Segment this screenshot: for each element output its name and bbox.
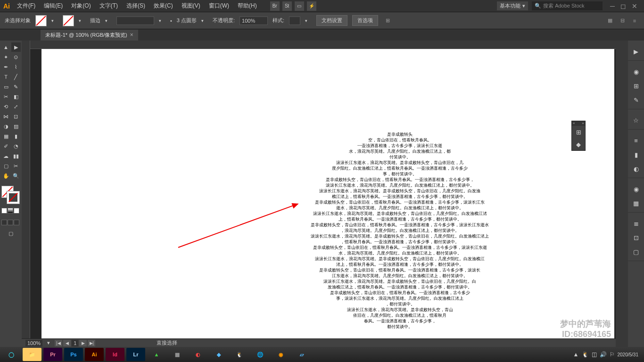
gradient-tool[interactable]: ▮ [11, 132, 21, 141]
graphic-styles-panel-icon[interactable]: ▦ [628, 196, 644, 210]
stroke-color-swatch[interactable] [7, 191, 19, 204]
taskbar-premiere-icon[interactable]: Pr [43, 348, 62, 361]
maximize-button[interactable]: ◻ [620, 2, 626, 10]
zoom-tool[interactable]: 🔍 [11, 171, 21, 181]
taskbar-app3-icon[interactable]: ◐ [189, 348, 207, 361]
tray-volume-icon[interactable]: 🔊 [600, 351, 607, 358]
menu-type[interactable]: 文字(T) [96, 0, 122, 12]
zoom-level[interactable]: 100% [25, 340, 42, 346]
line-tool[interactable]: ╱ [11, 72, 21, 82]
artboards-panel-icon[interactable]: ▢ [628, 245, 644, 259]
direct-selection-tool[interactable]: ▶ [11, 42, 21, 52]
bridge-icon[interactable]: Br [270, 1, 280, 11]
stroke-panel-icon[interactable]: ≡ [628, 133, 644, 148]
tray-date[interactable]: 2020/5/31 [618, 352, 639, 357]
draw-behind-icon[interactable] [8, 220, 13, 225]
ruler-vertical[interactable] [22, 41, 30, 347]
brush-dropdown-icon[interactable]: ▾ [201, 18, 208, 23]
properties-panel-icon[interactable]: ▶ [628, 44, 644, 58]
pen-tool[interactable]: ✒ [1, 62, 11, 72]
taskbar-qq-icon[interactable]: 🐧 [230, 348, 249, 361]
fill-dropdown-icon[interactable]: ▾ [51, 18, 58, 23]
align-icon[interactable]: ⊞ [383, 16, 392, 25]
panel-close-icon[interactable]: × [582, 121, 584, 126]
shape-builder-tool[interactable]: ◑ [1, 122, 11, 131]
style-dropdown-icon[interactable]: ▾ [305, 18, 312, 23]
transparency-panel-icon[interactable]: ◐ [628, 162, 644, 176]
paintbrush-tool[interactable]: ✎ [11, 82, 21, 91]
taskbar-illustrator-icon[interactable]: Ai [85, 348, 104, 361]
stock-icon[interactable]: St [282, 1, 292, 11]
stroke-dropdown-icon[interactable]: ▾ [79, 18, 85, 23]
menu-edit[interactable]: 编辑(E) [40, 0, 66, 12]
swatches-panel-icon[interactable]: ⊞ [628, 79, 644, 93]
align-panel-icon[interactable]: ⊟ [618, 16, 627, 25]
free-transform-tool[interactable]: ⊡ [11, 112, 21, 121]
scale-tool[interactable]: ⤢ [11, 102, 21, 111]
magic-wand-tool[interactable]: ✦ [1, 52, 11, 62]
gradient-panel-icon[interactable]: ▮ [628, 148, 644, 162]
menu-view[interactable]: 视图(V) [178, 0, 204, 12]
fill-swatch[interactable] [35, 15, 47, 26]
none-mode-icon[interactable] [14, 208, 19, 214]
blend-tool[interactable]: ◔ [11, 141, 21, 151]
shaper-tool[interactable]: ✂ [1, 92, 11, 101]
asset-export-panel-icon[interactable]: ⊡ [628, 230, 644, 245]
taskbar-indesign-icon[interactable]: Id [106, 348, 124, 361]
rectangle-tool[interactable]: ▭ [1, 82, 11, 91]
taskbar-app2-icon[interactable]: ▦ [168, 348, 187, 361]
canvas[interactable]: 是非成败转头空，青山依旧在，惯看秋月春风。一壶浊酒喜相逢，古今多少事，滚滚长江东… [22, 41, 616, 347]
type-tool[interactable]: T [1, 72, 11, 82]
mesh-tool[interactable]: ▦ [1, 132, 11, 141]
menu-select[interactable]: 选择(S) [123, 0, 149, 12]
last-artboard-button[interactable]: ▶| [88, 340, 95, 346]
properties-icon[interactable]: ◆ [572, 138, 585, 150]
next-artboard-button[interactable]: ▶ [79, 340, 87, 346]
menu-effect[interactable]: 效果(C) [150, 0, 177, 12]
perspective-tool[interactable]: ▨ [11, 122, 21, 131]
width-tool[interactable]: ⋈ [1, 112, 11, 121]
taskbar-chrome-icon[interactable]: 🌐 [251, 348, 270, 361]
color-panel-icon[interactable]: ◉ [628, 65, 644, 79]
rotate-tool[interactable]: ⟲ [1, 102, 11, 111]
color-mode-icon[interactable] [1, 208, 7, 214]
taskbar-browser-icon[interactable]: ◯ [2, 348, 21, 361]
menu-window[interactable]: 窗口(W) [205, 0, 233, 12]
arrange-icon[interactable]: ▭ [295, 1, 304, 11]
draw-inside-icon[interactable] [14, 220, 19, 225]
artboard-tool[interactable]: ▢ [1, 161, 11, 171]
layers-panel-icon[interactable]: ≣ [628, 216, 644, 230]
appearance-panel-icon[interactable]: ◉ [628, 182, 644, 196]
opacity-input[interactable] [239, 16, 268, 25]
taskbar-app4-icon[interactable]: ◆ [209, 348, 228, 361]
artboard[interactable]: 是非成败转头空，青山依旧在，惯看秋月春风。一壶浊酒喜相逢，古今多少事，滚滚长江东… [41, 49, 614, 347]
stroke-profile[interactable] [116, 16, 154, 25]
profile-dropdown-icon[interactable]: ▾ [159, 18, 165, 23]
taskbar-app1-icon[interactable]: ▲ [147, 348, 166, 361]
tray-flag-icon[interactable]: ⚐ [610, 351, 615, 358]
gpu-icon[interactable]: ⚡ [307, 1, 316, 11]
close-button[interactable]: ✕ [632, 2, 637, 10]
tray-network-icon[interactable]: ◫ [592, 351, 597, 358]
transform-icon[interactable]: ▦ [605, 16, 615, 25]
area-type-text[interactable]: 是非成败转头空，青山依旧在，惯看秋月春风。一壶浊酒喜相逢，古今多少事，滚滚长江东… [287, 132, 513, 329]
preferences-button[interactable]: 首选项 [352, 15, 378, 26]
minimize-button[interactable]: ─ [610, 2, 615, 10]
slice-tool[interactable]: ✂ [11, 161, 21, 171]
tab-close-icon[interactable]: × [130, 32, 133, 38]
more-icon[interactable]: ≡ [630, 16, 639, 25]
workspace-selector[interactable]: 基本功能 ▾ [497, 1, 528, 10]
stroke-weight-dropdown[interactable]: ▾ [105, 18, 112, 23]
color-swatches[interactable] [1, 186, 20, 205]
artboard-number[interactable]: 1 [72, 340, 78, 346]
doc-setup-button[interactable]: 文档设置 [316, 15, 347, 26]
panel-collapse-icon[interactable]: « [573, 121, 575, 126]
screen-mode-icon[interactable]: ▢ [6, 229, 16, 238]
style-swatch[interactable] [289, 16, 300, 25]
eraser-tool[interactable]: ◧ [11, 92, 21, 101]
taskbar-lightroom-icon[interactable]: Lr [126, 348, 145, 361]
gradient-mode-icon[interactable] [8, 208, 13, 214]
taskbar-photoshop-icon[interactable]: Ps [64, 348, 83, 361]
symbols-panel-icon[interactable]: ☆ [628, 113, 644, 127]
menu-object[interactable]: 对象(O) [67, 0, 94, 12]
